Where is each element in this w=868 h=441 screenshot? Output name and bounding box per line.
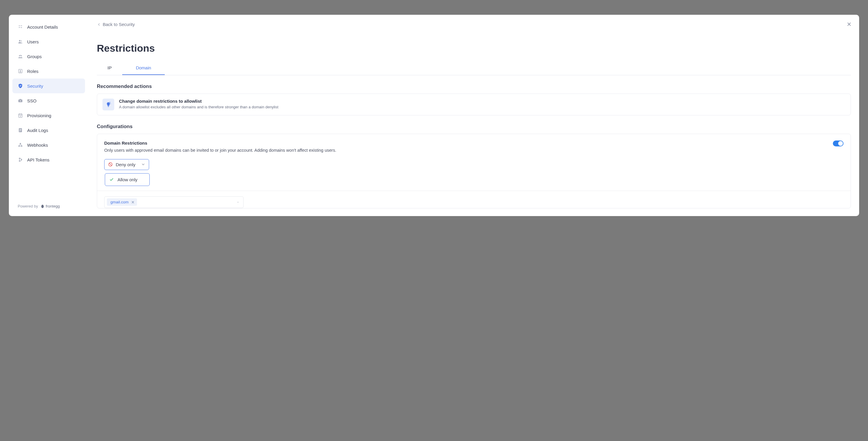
restriction-mode-dropdown: Allow only (105, 173, 150, 186)
chevron-down-icon (141, 162, 145, 166)
sidebar-item-label: Groups (27, 54, 42, 59)
sidebar-item-label: Provisioning (27, 113, 51, 118)
dropdown-option-allow-only[interactable]: Allow only (105, 174, 149, 186)
tab-domain[interactable]: Domain (122, 62, 165, 75)
brand-name: frontegg (46, 204, 60, 209)
groups-icon (18, 54, 23, 59)
domain-chip: gmail.com (107, 198, 137, 206)
close-icon (846, 22, 852, 27)
dropdown-option-label: Allow only (118, 177, 137, 182)
svg-rect-12 (20, 99, 21, 100)
config-label: Domain Restrictions (104, 140, 336, 146)
close-button[interactable] (845, 21, 852, 28)
svg-point-0 (19, 25, 20, 26)
sidebar: Account Details Users Groups Roles (9, 15, 89, 216)
sidebar-item-label: Webhooks (27, 143, 48, 148)
sidebar-item-audit-logs[interactable]: Audit Logs (12, 123, 85, 137)
chip-label: gmail.com (111, 200, 129, 204)
configurations-heading: Configurations (97, 124, 851, 130)
brand-logo: frontegg (40, 204, 60, 209)
divider (97, 191, 850, 191)
chevron-down-icon (237, 200, 241, 204)
svg-point-2 (21, 27, 22, 28)
sidebar-item-provisioning[interactable]: Provisioning (12, 108, 85, 123)
recommended-title: Change domain restrictions to allowlist (119, 99, 278, 104)
sidebar-item-security[interactable]: Security (12, 78, 85, 93)
sidebar-item-roles[interactable]: Roles (12, 64, 85, 78)
check-icon (109, 177, 114, 182)
recommended-text: Change domain restrictions to allowlist … (119, 99, 278, 109)
svg-point-8 (20, 55, 21, 56)
sidebar-item-label: Security (27, 84, 43, 89)
restriction-mode-select[interactable]: Deny only (104, 159, 149, 170)
powered-by: Powered by frontegg (12, 201, 85, 213)
sidebar-item-label: Account Details (27, 25, 58, 30)
svg-point-19 (20, 143, 21, 144)
powered-by-label: Powered by (18, 204, 38, 209)
svg-rect-1 (20, 26, 22, 26)
back-to-security-link[interactable]: Back to Security (97, 22, 135, 27)
sidebar-item-label: Users (27, 39, 39, 44)
config-text: Domain Restrictions Only users with appr… (104, 140, 336, 153)
main-content: Back to Security Restrictions IP Domain … (89, 15, 859, 216)
deny-icon (108, 162, 113, 167)
svg-rect-3 (19, 27, 20, 28)
settings-modal: Account Details Users Groups Roles (9, 15, 859, 216)
domain-multiselect[interactable]: gmail.com (104, 196, 244, 208)
sidebar-item-api-tokens[interactable]: API Tokens (12, 152, 85, 167)
tab-ip[interactable]: IP (97, 62, 122, 75)
api-tokens-icon (18, 157, 23, 162)
sidebar-item-groups[interactable]: Groups (12, 49, 85, 64)
provisioning-icon (18, 113, 23, 118)
sidebar-list: Account Details Users Groups Roles (12, 19, 85, 201)
back-link-label: Back to Security (103, 22, 135, 27)
svg-point-21 (21, 146, 22, 147)
svg-point-4 (19, 40, 20, 42)
lightbulb-icon (102, 99, 114, 111)
svg-point-24 (21, 159, 22, 160)
svg-point-10 (20, 70, 21, 71)
sidebar-item-label: Audit Logs (27, 128, 48, 133)
domain-restrictions-toggle[interactable] (833, 140, 843, 147)
sidebar-item-users[interactable]: Users (12, 34, 85, 49)
sidebar-item-account-details[interactable]: Account Details (12, 20, 85, 34)
account-icon (18, 24, 23, 30)
select-value: Deny only (116, 162, 135, 167)
chevron-left-icon (97, 23, 101, 27)
webhooks-icon (18, 142, 23, 148)
svg-point-5 (21, 40, 22, 42)
config-desc: Only users with approved email domains c… (104, 148, 336, 153)
sidebar-item-sso[interactable]: SSO (12, 93, 85, 108)
sidebar-item-label: SSO (27, 98, 37, 103)
roles-icon (18, 68, 23, 74)
sidebar-item-webhooks[interactable]: Webhooks (12, 137, 85, 152)
users-icon (18, 39, 23, 44)
sso-icon (18, 98, 23, 103)
config-card: Domain Restrictions Only users with appr… (97, 134, 851, 209)
svg-point-20 (19, 146, 20, 147)
svg-rect-16 (20, 129, 21, 129)
audit-logs-icon (18, 128, 23, 133)
sidebar-item-label: API Tokens (27, 157, 50, 162)
shield-icon (18, 83, 23, 89)
svg-rect-26 (108, 106, 108, 107)
frontegg-icon (40, 204, 44, 209)
svg-rect-18 (20, 131, 21, 131)
chip-remove-button[interactable] (131, 200, 135, 204)
svg-rect-14 (19, 114, 22, 118)
svg-point-23 (19, 161, 20, 161)
svg-point-22 (19, 158, 20, 159)
tabs: IP Domain (97, 62, 851, 75)
recommended-desc: A domain allowlist excludes all other do… (119, 105, 278, 109)
recommended-action-card[interactable]: Change domain restrictions to allowlist … (97, 94, 851, 116)
sidebar-item-label: Roles (27, 69, 38, 74)
svg-point-13 (20, 100, 21, 101)
page-title: Restrictions (97, 42, 851, 54)
recommended-heading: Recommended actions (97, 84, 851, 89)
